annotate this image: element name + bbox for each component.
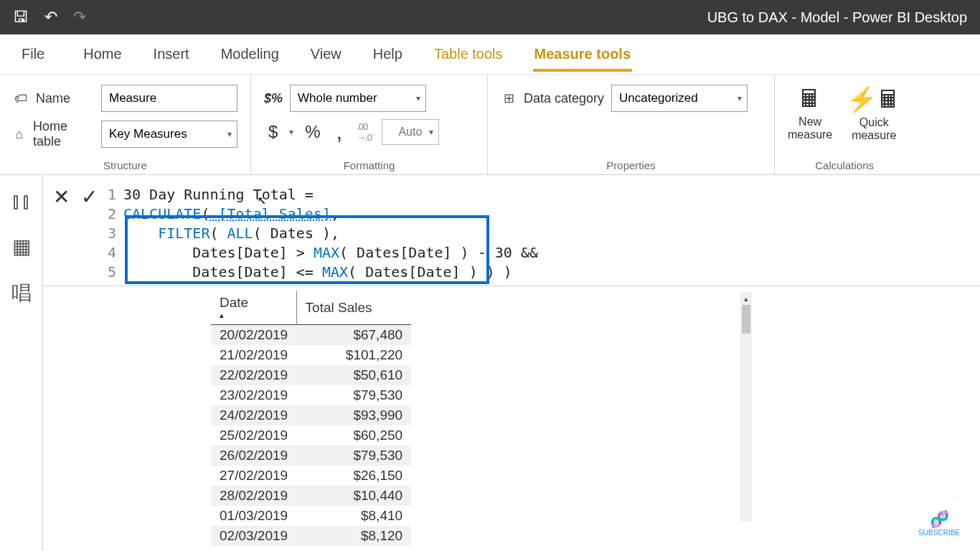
vertical-scrollbar[interactable]: ▴ xyxy=(740,292,752,522)
cell-sales: $8,120 xyxy=(296,526,411,546)
code-text: ( Dates[Date] ) ) ) xyxy=(348,263,512,281)
decimals-input[interactable] xyxy=(382,119,439,145)
decimal-places-icon[interactable]: .00→.0 xyxy=(354,121,374,143)
new-measure-button[interactable]: 🖩 Newmeasure xyxy=(788,85,832,143)
number-format-select[interactable] xyxy=(290,85,426,112)
cell-sales: $50,610 xyxy=(296,365,411,385)
cell-sales: $10,440 xyxy=(296,486,411,506)
col-date-header[interactable]: Date xyxy=(211,291,296,325)
cell-date: 20/02/2019 xyxy=(211,325,296,346)
calculator-icon: 🖩 xyxy=(798,85,822,113)
group-label-formatting: Formatting xyxy=(264,159,474,171)
cell-sales: $26,150 xyxy=(296,466,411,486)
cell-sales: $93,990 xyxy=(296,405,411,425)
code-text xyxy=(123,244,192,261)
thousands-button[interactable]: , xyxy=(332,120,347,144)
cell-date: 23/02/2019 xyxy=(211,385,296,405)
data-table: Date Total Sales 20/02/2019$67,48021/02/… xyxy=(211,291,411,546)
code-text: ( xyxy=(201,205,209,222)
quick-measure-button[interactable]: ⚡🖩 Quickmeasure xyxy=(847,85,901,143)
ribbon-group-properties: ⊞ Data category Properties xyxy=(488,75,775,174)
measure-name-input[interactable] xyxy=(101,85,237,112)
code-fn: CALCULATE xyxy=(123,205,201,222)
table-row[interactable]: 23/02/2019$79,530 xyxy=(211,385,411,405)
data-category-select[interactable] xyxy=(611,85,748,112)
tab-help[interactable]: Help xyxy=(372,37,404,71)
code-text xyxy=(123,263,192,281)
redo-icon[interactable]: ↷ xyxy=(73,8,86,27)
format-icon: $% xyxy=(264,91,283,106)
tab-measure-tools[interactable]: Measure tools xyxy=(533,37,632,71)
table-row[interactable]: 01/03/2019$8,410 xyxy=(211,506,411,526)
table-row[interactable]: 26/02/2019$79,530 xyxy=(211,446,411,466)
undo-icon[interactable]: ↶ xyxy=(44,8,57,27)
dna-icon: 🧬 xyxy=(918,510,960,529)
cell-date: 24/02/2019 xyxy=(211,405,296,425)
tab-insert[interactable]: Insert xyxy=(152,37,191,71)
ribbon-tabs: File Home Insert Modeling View Help Tabl… xyxy=(0,34,980,75)
table-row[interactable]: 24/02/2019$93,990 xyxy=(211,405,411,425)
tab-home[interactable]: Home xyxy=(82,37,123,71)
subscribe-text: SUBSCRIBE xyxy=(918,529,960,537)
col-sales-header[interactable]: Total Sales xyxy=(296,291,411,325)
title-bar: 🖫 ↶ ↷ UBG to DAX - Model - Power BI Desk… xyxy=(0,0,980,34)
table-row[interactable]: 20/02/2019$67,480 xyxy=(211,325,411,346)
code-text: ( Dates ), xyxy=(253,225,339,242)
tab-file[interactable]: File xyxy=(20,37,46,71)
currency-dropdown-icon[interactable]: ▾ xyxy=(289,127,293,137)
table-region: Date Total Sales 20/02/2019$67,48021/02/… xyxy=(43,286,980,551)
home-table-select[interactable] xyxy=(101,121,237,148)
home-table-icon: ⌂ xyxy=(13,127,26,142)
cell-date: 01/03/2019 xyxy=(211,506,296,526)
scroll-up-icon[interactable]: ▴ xyxy=(740,292,752,305)
view-rail: ⫿⫿ ▦ 唱 xyxy=(0,175,43,551)
data-view-icon[interactable]: ▦ xyxy=(12,235,31,258)
cell-date: 02/03/2019 xyxy=(211,526,296,546)
cell-sales: $79,530 xyxy=(296,446,411,466)
table-row[interactable]: 22/02/2019$50,610 xyxy=(211,365,411,385)
subscribe-badge: 🧬 SUBSCRIBE xyxy=(918,510,960,537)
tab-modeling[interactable]: Modeling xyxy=(220,37,281,71)
group-label-structure: Structure xyxy=(13,159,237,171)
cell-date: 21/02/2019 xyxy=(211,345,296,365)
code-text: Dates[Date] <= xyxy=(192,263,322,281)
cell-sales: $8,410 xyxy=(296,506,411,526)
ribbon-group-structure: 🏷 Name ⌂ Home table Structure xyxy=(0,75,251,174)
code-text: Dates[Date] > xyxy=(192,244,314,261)
cell-sales: $101,220 xyxy=(296,345,411,365)
save-icon[interactable]: 🖫 xyxy=(13,8,29,27)
cell-date: 25/02/2019 xyxy=(211,425,296,446)
scroll-thumb[interactable] xyxy=(742,305,750,334)
quick-calc-icon: ⚡🖩 xyxy=(847,85,901,113)
code-text xyxy=(123,225,158,242)
table-row[interactable]: 02/03/2019$8,120 xyxy=(211,526,411,546)
percent-button[interactable]: % xyxy=(301,122,324,142)
formula-bar: ✕ ✓ 130 Day Running Total = 2CALCULATE( … xyxy=(43,175,980,286)
table-row[interactable]: 25/02/2019$60,250 xyxy=(211,425,411,446)
code-fn: FILTER xyxy=(158,225,209,242)
cell-date: 28/02/2019 xyxy=(211,486,296,506)
cell-sales: $67,480 xyxy=(296,325,411,346)
code-text: 30 Day Running Total = xyxy=(123,186,322,203)
code-text: ( Dates[Date] ) - 30 && xyxy=(339,244,538,261)
cancel-icon[interactable]: ✕ xyxy=(53,185,70,209)
tab-table-tools[interactable]: Table tools xyxy=(433,37,504,71)
new-measure-label: Newmeasure xyxy=(788,116,832,142)
data-category-label: Data category xyxy=(524,91,604,106)
group-label-calculations: Calculations xyxy=(788,159,901,171)
model-view-icon[interactable]: 唱 xyxy=(11,280,32,307)
dax-editor[interactable]: 130 Day Running Total = 2CALCULATE( [Tot… xyxy=(105,185,980,286)
tab-view[interactable]: View xyxy=(309,37,343,71)
table-row[interactable]: 27/02/2019$26,150 xyxy=(211,466,411,486)
currency-button[interactable]: $ xyxy=(264,122,282,142)
table-row[interactable]: 21/02/2019$101,220 xyxy=(211,345,411,365)
quick-measure-label: Quickmeasure xyxy=(852,116,896,143)
commit-icon[interactable]: ✓ xyxy=(81,185,98,209)
home-table-label: Home table xyxy=(33,119,87,149)
work-area: ✕ ✓ 130 Day Running Total = 2CALCULATE( … xyxy=(43,175,980,551)
table-row[interactable]: 28/02/2019$10,440 xyxy=(211,486,411,506)
report-view-icon[interactable]: ⫿⫿ xyxy=(11,189,32,213)
code-text: , xyxy=(331,205,339,222)
tag-icon: 🏷 xyxy=(13,91,29,106)
cell-date: 22/02/2019 xyxy=(211,365,296,385)
